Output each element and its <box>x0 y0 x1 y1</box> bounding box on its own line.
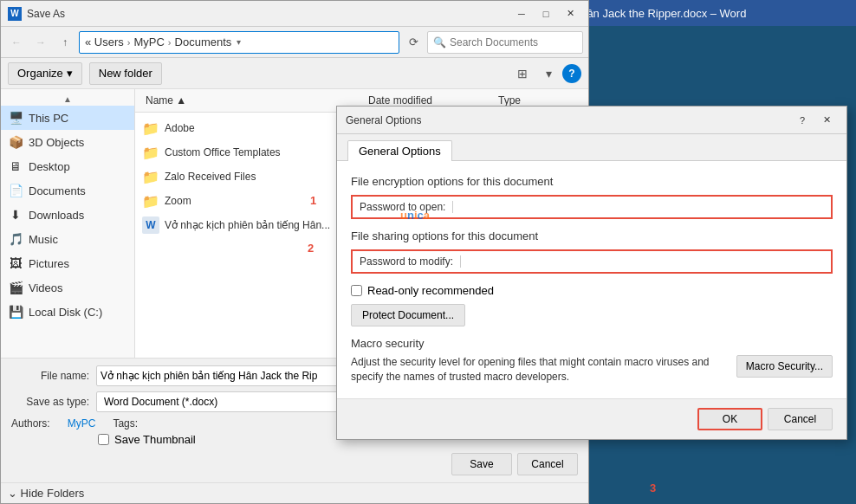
sidebar-item-music[interactable]: 🎵 Music <box>1 227 134 251</box>
password-open-label: Password to open: <box>353 201 453 213</box>
close-button[interactable]: ✕ <box>559 4 581 23</box>
folder-icon: 📁 <box>142 168 159 185</box>
path-users: « Users <box>85 36 124 48</box>
tab-label: General Options <box>359 145 441 158</box>
sidebar-item-videos[interactable]: 🎬 Videos <box>1 275 134 300</box>
word-doc-icon: W <box>142 216 159 234</box>
forward-button[interactable]: → <box>30 32 51 53</box>
sidebar: ▲ 🖥️ This PC 📦 3D Objects 🖥 Desktop 📄 Do… <box>1 89 135 358</box>
hide-folders-button[interactable]: ⌄ Hide Folders <box>1 482 588 503</box>
minimize-button[interactable]: ─ <box>510 4 533 23</box>
cancel-button[interactable]: Cancel <box>517 453 578 475</box>
sidebar-item-pictures[interactable]: 🖼 Pictures <box>1 251 134 275</box>
sidebar-item-this-pc[interactable]: 🖥️ This PC <box>1 106 134 130</box>
address-bar: ← → ↑ « Users › MyPC › Documents ▾ ⟳ 🔍 <box>1 27 588 58</box>
password-open-field[interactable]: Password to open: <box>351 195 833 219</box>
sidebar-item-desktop[interactable]: 🖥 Desktop <box>1 154 134 178</box>
sidebar-scroll-up[interactable]: ▲ <box>1 93 134 106</box>
toolbar: Organize ▾ New folder ⊞ ▾ ? <box>1 58 588 89</box>
word-icon: W <box>8 7 22 21</box>
dialog-help-button[interactable]: ? <box>791 111 814 130</box>
general-options-dialog: General Options ? ✕ General Options File… <box>336 106 847 440</box>
folder-icon: 📁 <box>142 192 159 210</box>
password-modify-label: Password to modify: <box>353 255 461 268</box>
search-icon: 🔍 <box>433 36 446 48</box>
organize-dropdown-icon: ▾ <box>67 67 73 80</box>
save-thumbnail-label: Save Thumbnail <box>114 433 196 446</box>
protect-document-button[interactable]: Protect Document... <box>351 304 465 326</box>
password-modify-input[interactable] <box>461 251 831 272</box>
new-folder-label: New folder <box>99 67 152 80</box>
help-button[interactable]: ? <box>562 64 581 83</box>
sidebar-label-videos: Videos <box>29 281 63 294</box>
dialog-title-buttons: ? ✕ <box>791 111 838 130</box>
save-as-title-bar: W Save As ─ □ ✕ <box>1 1 588 27</box>
macro-section-title: Macro security <box>351 337 833 350</box>
ok-button[interactable]: OK <box>697 408 762 430</box>
file-name-label: File name: <box>11 370 89 382</box>
organize-label: Organize <box>17 67 63 80</box>
save-type-label: Save as type: <box>11 396 89 408</box>
search-box[interactable]: 🔍 <box>427 31 583 54</box>
folder-icon: 📁 <box>142 120 159 137</box>
general-options-tab[interactable]: General Options <box>347 140 452 161</box>
authors-value: MyPC <box>68 417 96 430</box>
sidebar-item-documents[interactable]: 📄 Documents <box>1 178 134 203</box>
view-buttons: ⊞ ▾ ? <box>510 62 581 85</box>
videos-icon: 🎬 <box>8 280 23 295</box>
new-folder-button[interactable]: New folder <box>89 62 162 85</box>
this-pc-icon: 🖥️ <box>8 110 23 126</box>
search-input[interactable] <box>450 36 580 48</box>
sidebar-label-music: Music <box>29 233 58 246</box>
readonly-row: Read-only recommended <box>351 284 833 297</box>
file-sharing-title: File sharing options for this document <box>351 229 833 242</box>
title-bar-buttons: ─ □ ✕ <box>510 4 581 23</box>
dialog-title-bar: General Options ? ✕ <box>337 107 846 134</box>
sidebar-label-3d-objects: 3D Objects <box>29 136 84 149</box>
sidebar-label-local-disk: Local Disk (C:) <box>29 306 102 319</box>
sidebar-label-downloads: Downloads <box>29 209 84 222</box>
path-dropdown-icon: ▾ <box>237 37 241 47</box>
sidebar-item-downloads[interactable]: ⬇ Downloads <box>1 203 134 227</box>
dialog-cancel-button[interactable]: Cancel <box>768 408 833 430</box>
password-modify-field[interactable]: Password to modify: <box>351 249 833 274</box>
music-icon: 🎵 <box>8 231 23 247</box>
sidebar-label-documents: Documents <box>29 184 86 197</box>
back-button[interactable]: ← <box>6 32 27 53</box>
save-thumbnail-checkbox[interactable] <box>98 434 109 445</box>
3d-objects-icon: 📦 <box>8 134 23 150</box>
documents-icon: 📄 <box>8 183 23 198</box>
maximize-button[interactable]: □ <box>535 4 557 23</box>
dialog-title-text: General Options <box>346 114 791 126</box>
downloads-icon: ⬇ <box>8 207 23 223</box>
organize-button[interactable]: Organize ▾ <box>8 62 82 85</box>
view-dropdown-button[interactable]: ▾ <box>536 62 561 85</box>
password-open-wrapper: Password to open: <box>351 195 833 219</box>
local-disk-icon: 💾 <box>8 304 23 320</box>
macro-description: Adjust the security level for opening fi… <box>351 355 728 384</box>
col-header-name[interactable]: Name ▲ <box>142 93 365 108</box>
dialog-close-button[interactable]: ✕ <box>815 111 838 130</box>
word-title-bar: Hân Jack the Ripper.docx – Word <box>572 0 856 26</box>
encryption-section-title: File encryption options for this documen… <box>351 175 833 188</box>
macro-security-button[interactable]: Macro Security... <box>736 355 833 378</box>
annotation-3: 3 <box>650 461 656 500</box>
sidebar-item-local-disk[interactable]: 💾 Local Disk (C:) <box>1 300 134 324</box>
dialog-footer: OK Cancel <box>337 398 846 439</box>
save-button[interactable]: Save <box>451 453 512 475</box>
sidebar-label-desktop: Desktop <box>29 160 70 173</box>
up-button[interactable]: ↑ <box>55 32 75 53</box>
word-title-text: Hân Jack the Ripper.docx – Word <box>579 7 746 20</box>
address-path[interactable]: « Users › MyPC › Documents ▾ <box>79 31 399 54</box>
sidebar-label-pictures: Pictures <box>29 257 69 270</box>
path-documents: Documents <box>175 36 232 48</box>
sidebar-item-3d-objects[interactable]: 📦 3D Objects <box>1 130 134 154</box>
readonly-checkbox[interactable] <box>351 285 362 296</box>
dialog-tab-bar: General Options <box>337 134 846 161</box>
password-modify-wrapper: Password to modify: <box>351 249 833 274</box>
desktop-icon: 🖥 <box>8 158 23 174</box>
view-toggle-button[interactable]: ⊞ <box>510 62 535 85</box>
refresh-button[interactable]: ⟳ <box>403 32 424 53</box>
readonly-label: Read-only recommended <box>367 284 494 297</box>
password-open-input[interactable] <box>453 197 831 217</box>
